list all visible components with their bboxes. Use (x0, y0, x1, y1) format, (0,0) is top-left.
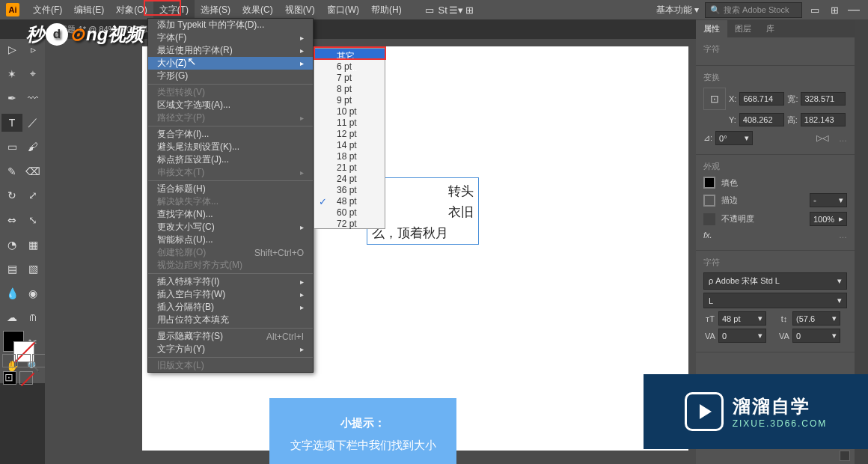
size-option[interactable]: 10 pt (314, 105, 385, 116)
menu-item[interactable]: 适合标题(H) (148, 183, 313, 195)
lasso-tool[interactable]: ⌖ (22, 65, 43, 83)
shape-builder-tool[interactable]: ◔ (1, 236, 22, 254)
menu-item[interactable]: 用占位符文本填充 (148, 314, 313, 326)
y-input[interactable] (739, 113, 784, 126)
menu-window[interactable]: 窗口(W) (321, 0, 365, 19)
menu-edit[interactable]: 编辑(E) (68, 0, 110, 19)
graph-tool[interactable]: ⫙ (22, 308, 43, 326)
font-weight-dropdown[interactable]: L▾ (703, 293, 847, 308)
leading-dropdown[interactable]: (57.6▾ (792, 311, 840, 326)
size-option[interactable]: 6 pt (314, 60, 385, 71)
eraser-tool[interactable]: ⌫ (22, 162, 43, 180)
size-option[interactable]: 其它(O)... (314, 49, 385, 60)
menu-item[interactable]: 插入特殊字符(I)▸ (148, 275, 313, 288)
menu-item[interactable]: 字形(G) (148, 70, 313, 82)
workspace-switcher[interactable]: 基本功能 ▾ (656, 4, 699, 16)
menu-item[interactable]: 文字方向(Y)▸ (148, 343, 313, 355)
menu-item[interactable]: 最近使用的字体(R)▸ (148, 44, 313, 57)
pen-tool[interactable]: ✒ (1, 89, 22, 107)
angle-dropdown[interactable]: 0°▾ (715, 131, 753, 145)
size-option[interactable]: 60 pt (314, 206, 385, 217)
tracking-dropdown[interactable]: 0▾ (792, 329, 840, 343)
menu-type[interactable]: 文字(T) (153, 0, 195, 19)
stroke-width-dropdown[interactable]: ◦▾ (810, 193, 847, 207)
x-input[interactable] (739, 92, 784, 106)
gradient-tool[interactable]: ▧ (22, 260, 43, 278)
stroke-mode-icon[interactable] (19, 371, 33, 385)
font-size-dropdown[interactable]: 48 pt▾ (718, 311, 766, 326)
menu-item[interactable]: 避头尾法则设置(K)... (148, 141, 313, 153)
size-option[interactable]: 18 pt (314, 150, 385, 161)
menu-object[interactable]: 对象(O) (110, 0, 153, 19)
kerning-dropdown[interactable]: 0▾ (718, 329, 766, 343)
size-option[interactable]: 12 pt (314, 127, 385, 138)
shaper-tool[interactable]: ✎ (1, 162, 22, 180)
stroke-swatch-icon[interactable] (703, 195, 715, 207)
menu-item[interactable]: 大小(Z)▸ (148, 57, 313, 70)
size-option[interactable]: 7 pt (314, 71, 385, 82)
toolbar-icon[interactable]: ▭ (423, 3, 436, 16)
height-input[interactable] (801, 113, 846, 126)
perspective-tool[interactable]: ▦ (22, 236, 43, 254)
size-option[interactable]: 14 pt (314, 138, 385, 150)
menu-item[interactable]: 更改大小写(C)▸ (148, 221, 313, 233)
blend-tool[interactable]: ◉ (22, 284, 43, 302)
size-option[interactable]: 21 pt (314, 161, 385, 172)
width-input[interactable] (801, 92, 846, 106)
resize-handle[interactable] (840, 451, 850, 461)
brush-tool[interactable]: 🖌 (22, 138, 43, 156)
menu-select[interactable]: 选择(S) (195, 0, 236, 19)
menu-item[interactable]: 复合字体(I)... (148, 128, 313, 141)
size-option[interactable]: 72 pt (314, 217, 385, 228)
arrange-icon[interactable]: ⊞ (828, 3, 841, 16)
size-option[interactable]: 24 pt (314, 172, 385, 183)
menu-item[interactable]: 查找字体(N)... (148, 208, 313, 221)
menu-item[interactable]: 添加 Typekit 中的字体(D)... (148, 19, 313, 31)
draw-mode-icons[interactable] (1, 353, 46, 368)
tab-library[interactable]: 库 (759, 20, 782, 37)
tab-layers[interactable]: 图层 (727, 20, 759, 37)
menu-item[interactable]: 智能标点(U)... (148, 233, 313, 246)
type-tool[interactable]: T (1, 114, 22, 132)
screen-mode-icon[interactable]: ⊡ (4, 371, 13, 383)
menu-file[interactable]: 文件(F) (27, 0, 68, 19)
free-transform-tool[interactable]: ⤡ (22, 211, 43, 229)
menu-help[interactable]: 帮助(H) (365, 0, 408, 19)
font-family-dropdown[interactable]: ρ Adobe 宋体 Std L▾ (703, 272, 847, 290)
line-tool[interactable]: ／ (22, 114, 43, 132)
menu-view[interactable]: 视图(V) (279, 0, 321, 19)
size-option[interactable]: 36 pt (314, 183, 385, 195)
toolbar-icon[interactable]: St (436, 3, 450, 16)
magic-wand-tool[interactable]: ✶ (1, 65, 22, 83)
size-option[interactable]: 9 pt (314, 94, 385, 105)
width-tool[interactable]: ⇔ (1, 211, 22, 229)
fill-swatch-icon[interactable] (703, 177, 715, 189)
menu-item[interactable]: 标点挤压设置(J)... (148, 153, 313, 166)
rectangle-tool[interactable]: ▭ (1, 138, 22, 156)
search-input[interactable]: 🔍搜索 Adobe Stock (705, 2, 802, 18)
rotate-tool[interactable]: ↻ (1, 186, 22, 204)
size-option[interactable]: 8 pt (314, 82, 385, 94)
menu-item[interactable]: 插入空白字符(W)▸ (148, 288, 313, 301)
fx-icon[interactable]: fx. (703, 231, 712, 239)
opacity-dropdown[interactable]: 100%▸ (810, 212, 847, 226)
selection-tool[interactable]: ▷ (1, 40, 22, 58)
tab-properties[interactable]: 属性 (696, 20, 727, 37)
size-option[interactable]: 11 pt (314, 116, 385, 127)
symbol-tool[interactable]: ☁ (1, 308, 22, 326)
curvature-tool[interactable]: 〰 (22, 89, 43, 107)
size-option[interactable]: ✓48 pt (314, 195, 385, 206)
close-icon[interactable]: — (847, 3, 861, 16)
toolbar-icon[interactable]: ☰▾ (450, 3, 463, 16)
menu-item[interactable]: 区域文字选项(A)... (148, 99, 313, 112)
menu-effect[interactable]: 效果(C) (236, 0, 279, 19)
mesh-tool[interactable]: ▤ (1, 260, 22, 278)
reference-point-icon[interactable]: ⊡ (703, 88, 726, 110)
flip-icon[interactable]: ▷◁ (816, 133, 828, 143)
eyedropper-tool[interactable]: 💧 (1, 284, 22, 302)
menu-item[interactable]: 显示隐藏字符(S)Alt+Ctrl+I (148, 330, 313, 343)
toolbar-icon[interactable]: ⊞ (463, 3, 477, 16)
scale-tool[interactable]: ⤢ (22, 186, 43, 204)
menu-item[interactable]: 插入分隔符(B)▸ (148, 301, 313, 314)
menu-item[interactable]: 字体(F)▸ (148, 31, 313, 44)
